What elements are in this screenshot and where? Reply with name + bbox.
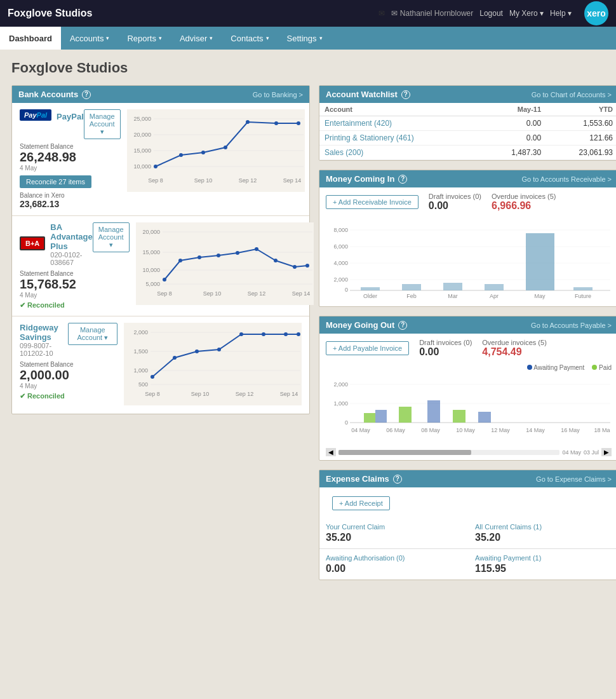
expense-current-row: Your Current Claim 35.20 All Current Cla…	[319, 518, 616, 548]
svg-point-51	[151, 375, 154, 379]
printing-may11: 0.00	[481, 131, 546, 146]
help-link[interactable]: Help ▾	[550, 9, 572, 18]
bank-accounts-header: Bank Accounts ? Go to Banking >	[12, 86, 309, 103]
paypal-statement-date: 4 May	[20, 165, 121, 172]
nav-settings[interactable]: Settings▾	[278, 27, 331, 50]
paypal-bank-name[interactable]: PayPal	[57, 112, 84, 121]
nav-reports[interactable]: Reports▾	[118, 27, 171, 50]
your-current-claim: Your Current Claim 35.20	[319, 518, 469, 548]
add-receivable-invoice-button[interactable]: + Add Receivable Invoice	[326, 195, 418, 209]
svg-text:Sep 12: Sep 12	[238, 177, 257, 184]
bank-account-ba: B+A BA Advantage Plus 020-0102-038667 Ma…	[12, 216, 309, 316]
svg-text:06 May: 06 May	[386, 427, 405, 433]
sales-link[interactable]: Sales (200)	[325, 148, 363, 157]
awaiting-payment-label[interactable]: Awaiting Payment (1)	[475, 554, 612, 562]
user-name: Nathaniel Hornblower	[391, 9, 473, 18]
watchlist-row: Printing & Stationery (461) 0.00 121.66	[319, 131, 616, 146]
svg-rect-76	[443, 283, 462, 290]
chart-date-range-start: 04 May	[562, 449, 581, 456]
watchlist-panel: Account Watchlist ? Go to Chart of Accou…	[319, 85, 616, 161]
printing-ytd: 121.66	[546, 131, 616, 146]
awaiting-auth-claim: Awaiting Authorisation (0) 0.00	[319, 549, 469, 580]
ba-reconciled-badge: ✔ Reconciled	[20, 301, 130, 309]
money-going-out-panel: Money Going Out ? Go to Accounts Payable…	[319, 316, 616, 461]
nav-contacts[interactable]: Contacts▾	[222, 27, 278, 50]
expense-awaiting-row: Awaiting Authorisation (0) 0.00 Awaiting…	[319, 549, 616, 580]
chart-scroll-left[interactable]: ◀	[326, 448, 336, 456]
ridgeway-bank-name[interactable]: Ridgeway Savings	[20, 323, 68, 342]
go-to-chart-link[interactable]: Go to Chart of Accounts >	[532, 91, 612, 98]
chart-date-range-end: 03 Jul	[584, 449, 599, 456]
svg-rect-95	[399, 407, 412, 423]
money-coming-in-panel: Money Coming In ? Go to Accounts Receiva…	[319, 170, 616, 307]
svg-text:2,000: 2,000	[333, 276, 348, 283]
ba-manage-button[interactable]: Manage Account ▾	[93, 222, 130, 252]
nav-dashboard[interactable]: Dashboard	[0, 27, 61, 50]
svg-text:0: 0	[345, 287, 348, 293]
svg-text:Sep 10: Sep 10	[203, 290, 221, 297]
all-current-claims: All Current Claims (1) 35.20	[469, 518, 616, 548]
money-going-out-header: Money Going Out ? Go to Accounts Payable…	[319, 316, 616, 334]
ridgeway-bank-number: 099-8007-101202-10	[20, 342, 68, 357]
all-current-label[interactable]: All Current Claims (1)	[475, 523, 612, 531]
nav-adviser[interactable]: Adviser▾	[171, 27, 222, 50]
svg-point-53	[195, 350, 199, 353]
payable-chart: 2,000 1,000 0 04 May	[319, 371, 616, 460]
svg-text:16 May: 16 May	[561, 427, 580, 433]
expense-claims-help-icon[interactable]: ?	[393, 475, 402, 484]
watchlist-help-icon[interactable]: ?	[401, 90, 410, 99]
money-going-out-help-icon[interactable]: ?	[398, 321, 407, 330]
svg-point-57	[284, 332, 288, 336]
entertainment-link[interactable]: Entertainment (420)	[325, 119, 392, 128]
top-bar: Foxglove Studios ✉ Nathaniel Hornblower …	[0, 0, 616, 27]
watchlist-table: Account May-11 YTD Entertainment (420) 0…	[319, 103, 616, 160]
svg-text:6,000: 6,000	[333, 243, 348, 250]
svg-point-35	[274, 259, 278, 262]
chart-legend: Awaiting Payment Paid	[319, 363, 616, 371]
svg-text:25,000: 25,000	[133, 116, 151, 122]
svg-text:1,000: 1,000	[133, 367, 148, 374]
expense-claims-title: Expense Claims	[326, 474, 389, 484]
svg-text:15,000: 15,000	[133, 147, 151, 154]
svg-point-52	[173, 356, 177, 360]
ba-bank-name[interactable]: BA Advantage Plus	[50, 222, 92, 251]
svg-point-54	[217, 348, 221, 351]
svg-rect-79	[573, 287, 593, 290]
printing-link[interactable]: Printing & Stationery (461)	[325, 133, 414, 142]
svg-text:Apr: Apr	[490, 293, 499, 299]
nav-accounts[interactable]: Accounts▾	[61, 27, 118, 50]
bank-accounts-help-icon[interactable]: ?	[82, 90, 91, 99]
awaiting-auth-label[interactable]: Awaiting Authorisation (0)	[326, 554, 462, 562]
go-to-payable-link[interactable]: Go to Accounts Payable >	[531, 322, 612, 329]
svg-point-13	[246, 120, 250, 124]
svg-text:14 May: 14 May	[526, 427, 545, 433]
svg-text:18 Ma: 18 Ma	[594, 427, 610, 433]
bank-account-ridgeway: Ridgeway Savings 099-8007-101202-10 Mana…	[12, 316, 309, 414]
go-to-receivable-link[interactable]: Go to Accounts Receivable >	[521, 175, 612, 183]
awaiting-payment-legend: Awaiting Payment	[527, 364, 584, 371]
ridgeway-statement-value: 2,000.00	[20, 368, 117, 383]
ba-statement-date: 4 May	[20, 292, 130, 299]
my-xero-link[interactable]: My Xero ▾	[509, 9, 544, 18]
svg-text:Sep 12: Sep 12	[236, 391, 254, 397]
logout-link[interactable]: Logout	[479, 9, 503, 18]
svg-point-11	[201, 151, 205, 154]
go-to-expense-claims-link[interactable]: Go to Expense Claims >	[536, 475, 612, 483]
svg-rect-94	[375, 410, 387, 423]
paypal-reconcile-button[interactable]: Reconcile 27 items	[20, 175, 91, 188]
add-payable-invoice-button[interactable]: + Add Payable Invoice	[326, 341, 409, 355]
your-current-label[interactable]: Your Current Claim	[326, 523, 462, 531]
money-coming-in-help-icon[interactable]: ?	[398, 175, 407, 184]
chart-scroll-right[interactable]: ▶	[601, 448, 612, 456]
money-going-out-title: Money Going Out	[326, 320, 394, 330]
expense-claims-header: Expense Claims ? Go to Expense Claims >	[319, 470, 616, 487]
paypal-manage-button[interactable]: Manage Account ▾	[84, 109, 121, 139]
ridgeway-chart: 2,000 1,500 1,000 500	[124, 323, 302, 407]
add-receipt-button[interactable]: + Add Receipt	[332, 496, 390, 510]
svg-text:5,000: 5,000	[145, 281, 160, 287]
left-column: Bank Accounts ? Go to Banking > PayPal P…	[11, 85, 310, 589]
bank-accounts-title: Bank Accounts	[18, 90, 78, 99]
ridgeway-manage-button[interactable]: Manage Account ▾	[68, 323, 117, 345]
svg-text:Sep 14: Sep 14	[291, 290, 310, 297]
go-to-banking-link[interactable]: Go to Banking >	[253, 91, 303, 98]
